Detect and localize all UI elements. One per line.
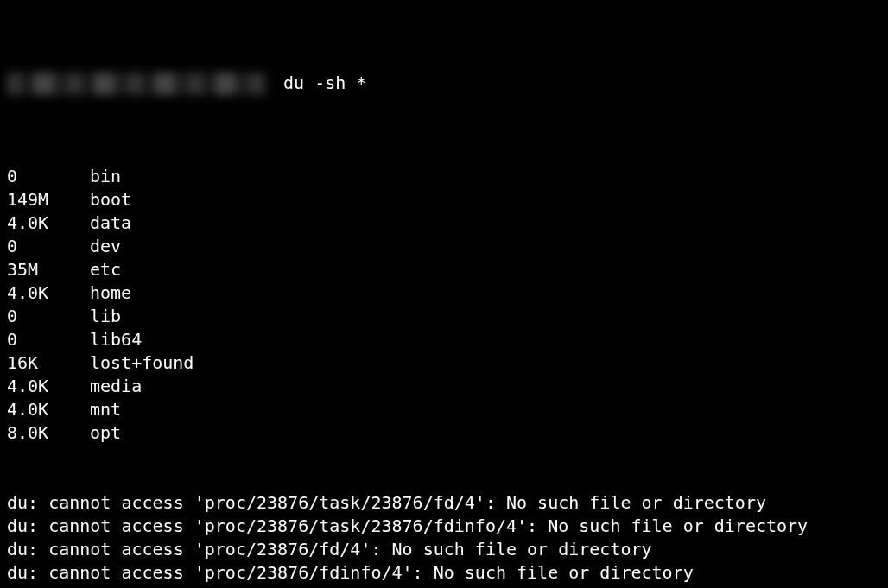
du-name: etc xyxy=(90,258,121,281)
du-name: lib64 xyxy=(90,328,142,351)
du-size: 4.0K xyxy=(7,212,90,235)
du-size: 0 xyxy=(7,328,90,351)
du-row: 4.0Khome xyxy=(7,281,881,305)
du-name: home xyxy=(90,281,131,305)
du-row: 0dev xyxy=(7,235,881,258)
du-row: 4.0Kmedia xyxy=(7,375,881,398)
du-row: 16Klost+found xyxy=(7,351,881,375)
du-size: 16K xyxy=(7,351,90,375)
du-error-line: du: cannot access 'proc/23876/fd/4': No … xyxy=(7,538,881,561)
du-name: opt xyxy=(90,421,121,445)
du-name: media xyxy=(90,375,142,398)
command-text: du -sh * xyxy=(273,72,366,95)
terminal-output[interactable]: du -sh * 0bin149Mboot4.0Kdata0dev35Metc4… xyxy=(0,0,888,588)
du-row: 0lib xyxy=(7,305,881,328)
du-size: 0 xyxy=(7,165,90,188)
du-error-line: du: cannot access 'proc/23876/fdinfo/4':… xyxy=(7,561,881,585)
du-error-block: du: cannot access 'proc/23876/task/23876… xyxy=(7,491,881,585)
du-output-block-1: 0bin149Mboot4.0Kdata0dev35Metc4.0Khome0l… xyxy=(7,165,881,445)
prompt-line: du -sh * xyxy=(7,72,881,95)
du-row: 4.0Kmnt xyxy=(7,398,881,421)
du-size: 35M xyxy=(7,258,90,281)
du-name: data xyxy=(90,212,131,235)
du-size: 4.0K xyxy=(7,398,90,421)
du-row: 4.0Kdata xyxy=(7,212,881,235)
du-size: 4.0K xyxy=(7,375,90,398)
du-error-line: du: cannot access 'proc/23876/task/23876… xyxy=(7,515,881,538)
du-name: lib xyxy=(90,305,121,328)
du-name: bin xyxy=(90,165,121,188)
du-size: 0 xyxy=(7,305,90,328)
du-row: 0lib64 xyxy=(7,328,881,351)
du-size: 149M xyxy=(7,188,90,212)
redacted-prompt-user-host xyxy=(7,73,266,95)
du-error-line: du: cannot access 'proc/23876/task/23876… xyxy=(7,491,881,515)
du-name: lost+found xyxy=(90,351,193,375)
du-row: 0bin xyxy=(7,165,881,188)
du-name: boot xyxy=(90,188,131,212)
du-name: dev xyxy=(90,235,121,258)
du-row: 35Metc xyxy=(7,258,881,281)
du-size: 4.0K xyxy=(7,281,90,305)
du-row: 149Mboot xyxy=(7,188,881,212)
du-size: 0 xyxy=(7,235,90,258)
du-name: mnt xyxy=(90,398,121,421)
du-row: 8.0Kopt xyxy=(7,421,881,445)
du-size: 8.0K xyxy=(7,421,90,445)
